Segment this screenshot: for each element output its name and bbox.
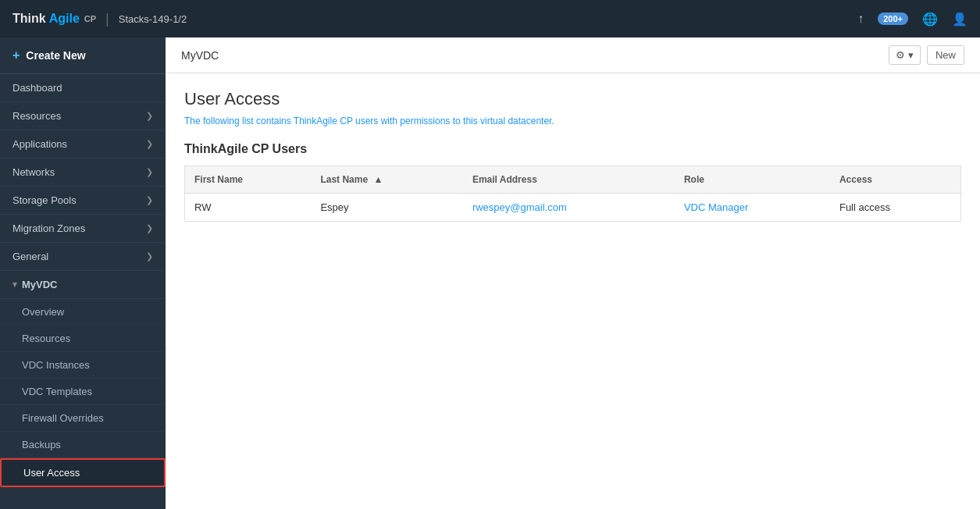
role-link[interactable]: VDC Manager <box>684 201 748 213</box>
cell-last-name: Espey <box>311 194 462 222</box>
sidebar-subitem-vdc-templates[interactable]: VDC Templates <box>0 379 166 405</box>
logo-cp: CP <box>84 14 96 23</box>
sidebar: + Create New Dashboard Resources ❯ Appli… <box>0 37 166 509</box>
sidebar-subitem-firewall-overrides[interactable]: Firewall Overrides <box>0 405 166 432</box>
chevron-right-icon: ❯ <box>146 139 153 149</box>
new-button[interactable]: New <box>927 45 964 65</box>
chevron-right-icon: ❯ <box>146 223 153 233</box>
col-last-name-label: Last Name <box>320 174 368 185</box>
chevron-right-icon: ❯ <box>146 167 153 177</box>
page-title: User Access <box>184 89 961 109</box>
chevron-right-icon: ❯ <box>146 111 153 121</box>
sidebar-item-networks[interactable]: Networks ❯ <box>0 158 166 187</box>
logo-think: Think <box>12 12 46 26</box>
cell-first-name: RW <box>185 194 312 222</box>
chevron-down-icon: ▾ <box>12 279 17 290</box>
sidebar-subitem-backups[interactable]: Backups <box>0 432 166 458</box>
sidebar-item-dashboard[interactable]: Dashboard <box>0 74 166 102</box>
help-icon[interactable]: 🌐 <box>922 12 938 27</box>
col-email: Email Address <box>463 166 675 194</box>
sidebar-item-label: Applications <box>12 138 67 150</box>
email-link[interactable]: rwespey@gmail.com <box>472 201 567 213</box>
col-role-label: Role <box>684 174 704 185</box>
gear-icon: ⚙ <box>896 49 905 61</box>
notification-badge[interactable]: 200+ <box>878 12 908 25</box>
sidebar-subitem-label: VDC Instances <box>22 359 90 371</box>
sort-asc-icon: ▲ <box>373 174 383 185</box>
user-icon[interactable]: 👤 <box>952 12 968 27</box>
upload-icon[interactable]: ↑ <box>857 12 864 26</box>
sidebar-subitem-label: Resources <box>22 333 70 344</box>
table-header-row: First Name Last Name ▲ Email Address Rol… <box>185 166 961 194</box>
sidebar-myvdc-label: MyVDC <box>22 279 58 290</box>
col-access-label: Access <box>839 174 872 185</box>
sidebar-item-storage-pools[interactable]: Storage Pools ❯ <box>0 187 166 215</box>
create-new-label: Create New <box>26 49 85 62</box>
content-topbar-title: MyVDC <box>181 49 219 62</box>
sidebar-subitem-resources[interactable]: Resources <box>0 326 166 352</box>
col-last-name[interactable]: Last Name ▲ <box>311 166 462 194</box>
cell-role[interactable]: VDC Manager <box>675 194 830 222</box>
content-area: MyVDC ⚙ ▾ New User Access The following … <box>166 37 980 509</box>
content-body: User Access The following list contains … <box>166 73 980 509</box>
cell-access: Full access <box>830 194 961 222</box>
top-bar-icons: ↑ 200+ 🌐 👤 <box>857 12 968 27</box>
sidebar-subitem-label: Firewall Overrides <box>22 412 104 424</box>
sidebar-item-migration-zones[interactable]: Migration Zones ❯ <box>0 215 166 243</box>
sidebar-item-resources[interactable]: Resources ❯ <box>0 102 166 130</box>
sidebar-item-general[interactable]: General ❯ <box>0 243 166 271</box>
content-topbar-actions: ⚙ ▾ New <box>889 45 964 65</box>
sidebar-item-label: Networks <box>12 166 55 178</box>
sidebar-item-applications[interactable]: Applications ❯ <box>0 130 166 158</box>
col-access: Access <box>830 166 961 194</box>
sidebar-subitem-label: VDC Templates <box>22 386 92 397</box>
chevron-right-icon: ❯ <box>146 195 153 205</box>
table-row: RW Espey rwespey@gmail.com VDC Manager F… <box>185 194 961 222</box>
stack-label: Stacks-149-1/2 <box>119 13 187 25</box>
sidebar-subitem-user-access[interactable]: User Access <box>0 458 166 487</box>
col-role: Role <box>675 166 830 194</box>
top-bar: ThinkAgile CP | Stacks-149-1/2 ↑ 200+ 🌐 … <box>0 0 980 37</box>
sidebar-myvdc-header[interactable]: ▾ MyVDC <box>0 271 166 299</box>
page-subtitle: The following list contains ThinkAgile C… <box>184 116 961 126</box>
sidebar-item-label: Resources <box>12 110 61 122</box>
section-title: ThinkAgile CP Users <box>184 142 961 156</box>
plus-icon: + <box>12 48 20 62</box>
logo: ThinkAgile CP <box>12 12 96 26</box>
logo-agile: Agile <box>49 12 80 26</box>
gear-dropdown-button[interactable]: ⚙ ▾ <box>889 45 921 65</box>
sidebar-item-label: Migration Zones <box>12 222 85 234</box>
content-topbar: MyVDC ⚙ ▾ New <box>166 37 980 73</box>
sidebar-subitem-label: User Access <box>23 467 80 479</box>
sidebar-subitem-vdc-instances[interactable]: VDC Instances <box>0 352 166 379</box>
sidebar-subitem-label: Backups <box>22 439 61 450</box>
create-new-button[interactable]: + Create New <box>0 37 166 74</box>
users-table: First Name Last Name ▲ Email Address Rol… <box>184 166 961 222</box>
sidebar-item-label: Storage Pools <box>12 194 77 206</box>
sidebar-subitem-label: Overview <box>22 306 64 318</box>
cell-email[interactable]: rwespey@gmail.com <box>463 194 675 222</box>
col-first-name-label: First Name <box>194 174 243 185</box>
sidebar-item-label: Dashboard <box>12 82 62 94</box>
sidebar-item-label: General <box>12 251 48 262</box>
header-divider: | <box>105 11 109 27</box>
chevron-down-icon: ▾ <box>908 49 914 61</box>
sidebar-subitem-overview[interactable]: Overview <box>0 299 166 326</box>
chevron-right-icon: ❯ <box>146 251 153 262</box>
main-layout: + Create New Dashboard Resources ❯ Appli… <box>0 37 980 509</box>
col-email-label: Email Address <box>472 174 537 185</box>
col-first-name: First Name <box>185 166 312 194</box>
